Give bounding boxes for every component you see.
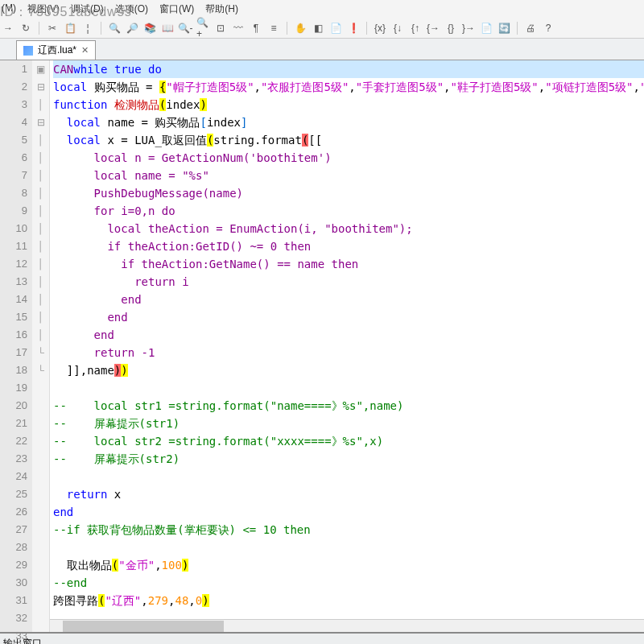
code-line[interactable]: PushDebugMessage(name) [53, 184, 644, 202]
print-icon[interactable]: 🖨 [524, 22, 537, 35]
tabbar: 辽西.lua* ✕ [0, 39, 644, 60]
code-line[interactable]: end [53, 326, 644, 344]
code-line[interactable]: return x [53, 485, 644, 503]
scissors-icon[interactable]: ✂ [46, 22, 59, 35]
fold-marker[interactable]: │ [32, 255, 49, 273]
code-line[interactable]: end [53, 503, 644, 521]
binoc-icon[interactable]: 🔍 [108, 22, 121, 35]
fold-marker[interactable]: │ [32, 308, 49, 326]
code-line[interactable]: --end [53, 574, 644, 592]
code-line[interactable]: end [53, 308, 644, 326]
code-line[interactable]: local n = GetActionNum('boothitem') [53, 149, 644, 167]
book-replace-icon[interactable]: 📚 [143, 22, 156, 35]
code-line[interactable]: function 检测物品(index) [53, 96, 644, 114]
code-line[interactable]: ]],name)) [53, 361, 644, 379]
book-icon[interactable]: 📖 [161, 22, 174, 35]
pipe-icon[interactable]: ¦ [81, 22, 94, 35]
code-line[interactable]: local 购买物品 = {"帽子打造图5级","衣服打造图5级","手套打造图… [53, 78, 644, 96]
code-line[interactable]: -- local str1 =string.format("name====》%… [53, 397, 644, 415]
brace-step-icon[interactable]: {} [444, 22, 457, 35]
menu-window[interactable]: 窗口(W) [159, 2, 194, 16]
code-editor[interactable]: 1234567891011121314151617181920212223242… [0, 60, 644, 632]
fold-marker[interactable]: │ [32, 202, 49, 220]
fold-marker[interactable]: │ [32, 167, 49, 184]
toolbar: →↻✂📋¦🔍🔎📚📖🔍-🔍+⊡〰¶≡✋◧📄❗{x}{↓{↑{→{}}→📄🔄🖨? [0, 19, 644, 39]
brace-arrow-icon[interactable]: {↓ [391, 22, 404, 35]
code-line[interactable]: return i [53, 273, 644, 291]
hand-icon[interactable]: ✋ [294, 22, 307, 35]
watermark-text: ID：753951abcdwss [0, 4, 132, 21]
help-icon[interactable]: ? [542, 22, 555, 35]
code-area[interactable]: CANwhile true dolocal 购买物品 = {"帽子打造图5级",… [50, 60, 644, 632]
fold-marker[interactable]: │ [32, 184, 49, 202]
code-line[interactable]: return -1 [53, 344, 644, 361]
brace-up-icon[interactable]: {↑ [409, 22, 422, 35]
zoom-fit-icon[interactable]: ⊡ [214, 22, 227, 35]
zoom-in-icon[interactable]: 🔍+ [196, 22, 209, 35]
zoom-out-icon[interactable]: 🔍- [179, 22, 192, 35]
code-line[interactable]: local x = LUA_取返回值(string.format([[ [53, 131, 644, 149]
clipboard2-icon[interactable]: 📄 [329, 22, 342, 35]
code-line[interactable]: for i=0,n do [53, 202, 644, 220]
code-line[interactable]: if theAction:GetID() ~= 0 then [53, 237, 644, 255]
fold-marker[interactable]: ⊟ [32, 78, 49, 96]
pilcrow-icon[interactable]: ¶ [250, 22, 262, 35]
fold-marker[interactable]: │ [32, 237, 49, 255]
file-tab[interactable]: 辽西.lua* ✕ [16, 40, 96, 60]
fold-marker[interactable]: │ [32, 273, 49, 291]
code-line[interactable]: 跨图寻路("辽西",279,48,0) [53, 592, 644, 609]
wavy-icon[interactable]: 〰 [232, 22, 245, 35]
code-line[interactable]: -- local str2 =string.format("xxxx====》%… [53, 432, 644, 450]
fold-marker[interactable]: │ [32, 291, 49, 308]
brace-x-icon[interactable]: {x} [374, 22, 386, 35]
page-arrow-icon[interactable]: 📄 [480, 22, 493, 35]
fold-marker[interactable]: ▣ [32, 60, 49, 78]
fold-marker[interactable]: │ [32, 326, 49, 344]
brace-out-icon[interactable]: }→ [462, 22, 475, 35]
brace-go-icon[interactable]: {→ [427, 22, 440, 35]
code-line[interactable] [53, 468, 644, 485]
close-icon[interactable]: ✕ [81, 45, 89, 56]
code-line[interactable]: local name = 购买物品[index] [53, 114, 644, 131]
code-line[interactable]: local theAction = EnumAction(i, "boothit… [53, 220, 644, 237]
line-gutter: 1234567891011121314151617181920212223242… [0, 60, 32, 632]
code-line[interactable]: CANwhile true do [53, 60, 644, 78]
code-line[interactable] [53, 539, 644, 556]
bang-icon[interactable]: ❗ [347, 22, 360, 35]
menu-help[interactable]: 帮助(H) [205, 2, 238, 16]
fold-marker[interactable]: └ [32, 344, 49, 361]
refresh-icon[interactable]: 🔄 [497, 22, 510, 35]
scrollbar-thumb[interactable] [63, 621, 224, 632]
redo-icon[interactable]: ↻ [19, 22, 32, 35]
code-line[interactable] [53, 379, 644, 397]
indent-icon[interactable]: ≡ [267, 22, 280, 35]
output-panel[interactable]: 输出窗口 [0, 632, 644, 644]
document-icon [23, 46, 33, 56]
clipboard-icon[interactable]: 📋 [64, 22, 76, 35]
fold-marker[interactable]: ⊟ [32, 114, 49, 131]
eraser-icon[interactable]: ◧ [312, 22, 324, 35]
code-line[interactable]: end [53, 291, 644, 308]
fold-marker[interactable]: │ [32, 96, 49, 114]
code-line[interactable]: 取出物品("金币",100) [53, 556, 644, 574]
code-line[interactable]: --if 获取背包物品数量(掌柜要诀) <= 10 then [53, 521, 644, 539]
code-line[interactable]: if theAction:GetName() == name then [53, 255, 644, 273]
code-line[interactable]: -- 屏幕提示(str1) [53, 415, 644, 432]
book-search-icon[interactable]: 🔎 [126, 22, 138, 35]
tab-label: 辽西.lua* [38, 43, 76, 57]
fold-column[interactable]: ▣⊟│⊟││││││││││││└└ [32, 60, 50, 632]
code-line[interactable]: -- 屏幕提示(str2) [53, 450, 644, 468]
code-line[interactable]: local name = "%s" [53, 167, 644, 184]
fold-marker[interactable]: │ [32, 149, 49, 167]
arrow-right-icon[interactable]: → [2, 22, 14, 35]
fold-marker[interactable]: │ [32, 131, 49, 149]
fold-marker[interactable]: │ [32, 220, 49, 237]
horizontal-scrollbar[interactable] [50, 619, 644, 632]
fold-marker[interactable]: └ [32, 361, 49, 379]
